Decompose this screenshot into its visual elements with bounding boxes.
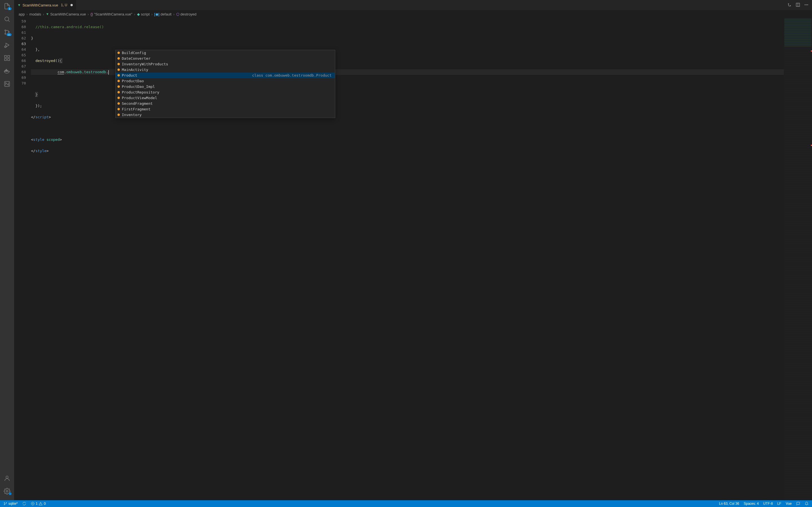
tab-status: 1, U [61,3,67,7]
breadcrumb-item[interactable]: app [18,12,25,16]
accounts-icon[interactable] [4,475,10,482]
svg-point-24 [6,502,6,503]
settings-gear-icon[interactable] [4,488,10,495]
status-feedback-icon[interactable] [796,502,800,506]
class-icon: ⬢ [117,56,120,61]
breadcrumb-item[interactable]: ▼ScanWithCamera.vue [46,12,86,16]
class-icon: ⬢ [117,90,120,95]
svg-point-0 [5,17,9,21]
tab-filename: ScanWithCamera.vue [22,3,58,7]
suggest-label: Inventory [122,112,142,118]
suggest-label: DateConverter [122,56,151,61]
status-eol[interactable]: LF [777,502,781,506]
suggest-item[interactable]: ⬢InventoryWithProducts [116,61,335,67]
svg-point-22 [4,502,4,503]
svg-rect-8 [8,59,10,61]
svg-point-16 [788,3,789,4]
suggest-label: ProductRepository [122,90,159,95]
chevron-right-icon: › [27,12,28,16]
explorer-icon[interactable]: 1 [4,3,10,10]
breadcrumb-item[interactable]: modals [29,12,41,16]
tab-bar: ▼ ScanWithCamera.vue 1, U [14,0,812,10]
class-icon: ⬢ [117,78,120,84]
settings-sync-dot [9,492,11,495]
chevron-right-icon: › [173,12,174,16]
chevron-right-icon: › [134,12,135,16]
line-number-gutter: 596061626364656667686970 [14,18,31,500]
breadcrumb-item[interactable]: [◉]default [154,12,171,16]
suggest-label: ProductDao_Impl [122,84,155,90]
suggest-item[interactable]: ⬢ProductRepository [116,90,335,95]
vue-file-icon: ▼ [46,12,49,16]
split-editor-icon[interactable] [796,3,800,8]
suggest-item[interactable]: ⬢Productclass com.ombuweb.testroomdb.Pro… [116,73,335,78]
breadcrumb-item[interactable]: {}"ScanWithCamera.vue" [91,12,132,16]
suggest-label: SecondFragment [122,101,153,107]
svg-point-17 [790,5,791,6]
extensions-icon[interactable] [4,55,10,61]
suggest-item[interactable]: ⬢SecondFragment [116,101,335,107]
breadcrumb[interactable]: app › modals › ▼ScanWithCamera.vue › {}"… [14,10,812,18]
svg-point-2 [5,33,6,34]
class-icon: ⬢ [117,67,120,73]
docker-icon[interactable] [4,68,10,74]
suggest-item[interactable]: ⬢MainActivity [116,67,335,73]
class-icon: ⬢ [117,107,120,112]
explorer-badge: 1 [8,7,11,10]
method-icon: ⬡ [176,12,179,16]
nativescript-icon[interactable] [4,80,10,87]
status-problems[interactable]: 1 0 [31,502,46,506]
suggest-item[interactable]: ⬢DateConverter [116,56,335,61]
more-actions-icon[interactable] [804,3,809,8]
suggest-label: FirstFragment [122,107,151,112]
status-encoding[interactable]: UTF-8 [763,502,773,506]
search-icon[interactable] [4,16,10,22]
scm-badge: 11 [6,33,11,36]
intellisense-popup[interactable]: ⬢BuildConfig⬢DateConverter⬢InventoryWith… [115,50,335,118]
svg-point-20 [806,4,807,5]
suggest-item[interactable]: ⬢BuildConfig [116,50,335,56]
suggest-label: ProductDao [122,78,144,84]
status-branch[interactable]: sqlite* [3,502,18,506]
svg-point-3 [8,32,9,33]
breadcrumb-item[interactable]: ⬡destroyed [176,12,197,16]
suggest-item[interactable]: ⬢ProductDao [116,78,335,84]
suggest-item[interactable]: ⬢Inventory [116,112,335,118]
status-bell-icon[interactable] [805,502,809,506]
tab-scanwithcamera[interactable]: ▼ ScanWithCamera.vue 1, U [14,0,77,10]
scm-icon[interactable]: 11 [4,29,10,36]
status-cursor-pos[interactable]: Ln 63, Col 36 [719,502,739,506]
svg-point-15 [6,490,8,492]
svg-point-19 [805,4,805,5]
class-icon: ⬢ [117,84,120,90]
svg-point-14 [6,476,8,478]
suggest-item[interactable]: ⬢ProductDao_Impl [116,84,335,90]
code-content[interactable]: //this.camera.android.release() } }, des… [31,18,784,500]
suggest-label: MainActivity [122,67,148,73]
chevron-right-icon: › [43,12,44,16]
code-editor[interactable]: 596061626364656667686970 //this.camera.a… [14,18,812,500]
status-sync-icon[interactable] [22,502,26,506]
vue-file-icon: ▼ [17,3,21,7]
suggest-detail: class com.ombuweb.testroomdb.Product [252,73,333,78]
suggest-item[interactable]: ⬢ProductViewModel [116,95,335,101]
breadcrumb-item[interactable]: ◆script [137,12,150,16]
svg-rect-5 [4,55,6,57]
chevron-right-icon: › [151,12,153,16]
svg-point-21 [808,4,808,5]
status-indent[interactable]: Spaces: 4 [744,502,759,506]
class-icon: ⬢ [117,50,120,56]
class-icon: ⬢ [117,95,120,101]
debug-icon[interactable] [4,42,10,48]
tab-dirty-dot [70,4,73,6]
script-icon: ◆ [137,12,140,16]
suggest-label: InventoryWithProducts [122,61,168,67]
suggest-label: Product [122,73,137,78]
compare-changes-icon[interactable] [787,3,792,8]
status-bar: sqlite* 1 0 Ln 63, Col 36 Spaces: 4 UTF-… [0,500,812,507]
suggest-item[interactable]: ⬢FirstFragment [116,107,335,112]
svg-point-1 [5,30,6,31]
status-language[interactable]: Vue [786,502,792,506]
minimap[interactable] [784,18,812,500]
editor-area: ▼ ScanWithCamera.vue 1, U app › modals ›… [14,0,812,500]
